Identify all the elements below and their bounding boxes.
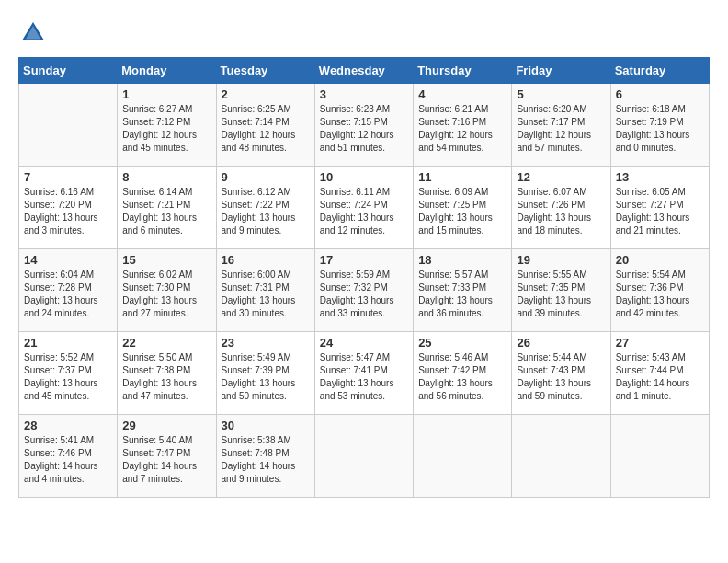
day-number: 11 [418, 170, 506, 184]
day-number: 21 [24, 336, 112, 350]
day-info: Sunrise: 5:49 AM Sunset: 7:39 PM Dayligh… [222, 351, 310, 403]
day-info: Sunrise: 5:41 AM Sunset: 7:46 PM Dayligh… [24, 434, 112, 486]
day-info: Sunrise: 6:21 AM Sunset: 7:16 PM Dayligh… [418, 103, 506, 155]
day-number: 14 [24, 253, 112, 267]
calendar-cell: 25Sunrise: 5:46 AM Sunset: 7:42 PM Dayli… [414, 332, 512, 415]
day-number: 10 [320, 170, 408, 184]
column-header-thursday: Thursday [414, 58, 512, 84]
day-info: Sunrise: 6:12 AM Sunset: 7:22 PM Dayligh… [222, 186, 310, 237]
day-info: Sunrise: 5:46 AM Sunset: 7:42 PM Dayligh… [418, 351, 506, 403]
day-number: 4 [418, 87, 506, 101]
day-number: 1 [122, 87, 210, 101]
day-info: Sunrise: 6:04 AM Sunset: 7:28 PM Dayligh… [24, 269, 112, 320]
day-number: 20 [616, 253, 704, 267]
week-row-3: 14Sunrise: 6:04 AM Sunset: 7:28 PM Dayli… [19, 249, 710, 332]
calendar-cell: 3Sunrise: 6:23 AM Sunset: 7:15 PM Daylig… [314, 84, 413, 167]
day-number: 27 [616, 336, 704, 350]
day-info: Sunrise: 6:00 AM Sunset: 7:31 PM Dayligh… [222, 269, 310, 320]
calendar-cell: 20Sunrise: 5:54 AM Sunset: 7:36 PM Dayli… [610, 249, 709, 332]
day-number: 17 [320, 253, 408, 267]
calendar-cell: 27Sunrise: 5:43 AM Sunset: 7:44 PM Dayli… [610, 332, 709, 415]
day-info: Sunrise: 6:27 AM Sunset: 7:12 PM Dayligh… [122, 103, 210, 155]
calendar-cell: 30Sunrise: 5:38 AM Sunset: 7:48 PM Dayli… [216, 415, 314, 498]
day-info: Sunrise: 5:50 AM Sunset: 7:38 PM Dayligh… [122, 351, 210, 403]
day-number: 7 [24, 170, 112, 184]
page-header [18, 18, 710, 48]
day-number: 13 [616, 170, 704, 184]
calendar-cell: 11Sunrise: 6:09 AM Sunset: 7:25 PM Dayli… [414, 167, 512, 249]
calendar-cell: 26Sunrise: 5:44 AM Sunset: 7:43 PM Dayli… [512, 332, 610, 415]
calendar-cell [19, 84, 118, 167]
day-info: Sunrise: 5:55 AM Sunset: 7:35 PM Dayligh… [517, 269, 605, 320]
day-info: Sunrise: 6:11 AM Sunset: 7:24 PM Dayligh… [320, 186, 408, 237]
calendar-cell: 29Sunrise: 5:40 AM Sunset: 7:47 PM Dayli… [118, 415, 216, 498]
day-number: 24 [320, 336, 408, 350]
week-row-5: 28Sunrise: 5:41 AM Sunset: 7:46 PM Dayli… [19, 415, 710, 498]
day-info: Sunrise: 6:16 AM Sunset: 7:20 PM Dayligh… [24, 186, 112, 237]
day-number: 29 [122, 419, 210, 432]
calendar-cell: 28Sunrise: 5:41 AM Sunset: 7:46 PM Dayli… [19, 415, 118, 498]
day-number: 30 [222, 419, 310, 432]
calendar-cell: 5Sunrise: 6:20 AM Sunset: 7:17 PM Daylig… [512, 84, 610, 167]
day-info: Sunrise: 5:43 AM Sunset: 7:44 PM Dayligh… [616, 351, 704, 403]
calendar-cell [512, 415, 610, 498]
day-info: Sunrise: 5:59 AM Sunset: 7:32 PM Dayligh… [320, 269, 408, 320]
day-number: 6 [616, 87, 704, 101]
day-info: Sunrise: 6:09 AM Sunset: 7:25 PM Dayligh… [418, 186, 506, 237]
week-row-2: 7Sunrise: 6:16 AM Sunset: 7:20 PM Daylig… [19, 167, 710, 249]
column-header-tuesday: Tuesday [216, 58, 314, 84]
calendar-cell: 8Sunrise: 6:14 AM Sunset: 7:21 PM Daylig… [118, 167, 216, 249]
calendar-cell: 24Sunrise: 5:47 AM Sunset: 7:41 PM Dayli… [314, 332, 413, 415]
calendar-table: SundayMondayTuesdayWednesdayThursdayFrid… [18, 57, 710, 498]
day-info: Sunrise: 6:25 AM Sunset: 7:14 PM Dayligh… [222, 103, 310, 155]
day-number: 18 [418, 253, 506, 267]
day-info: Sunrise: 6:02 AM Sunset: 7:30 PM Dayligh… [122, 269, 210, 320]
day-info: Sunrise: 5:54 AM Sunset: 7:36 PM Dayligh… [616, 269, 704, 320]
calendar-cell: 18Sunrise: 5:57 AM Sunset: 7:33 PM Dayli… [414, 249, 512, 332]
day-number: 12 [517, 170, 605, 184]
day-info: Sunrise: 5:52 AM Sunset: 7:37 PM Dayligh… [24, 351, 112, 403]
calendar-cell [610, 415, 709, 498]
day-info: Sunrise: 5:47 AM Sunset: 7:41 PM Dayligh… [320, 351, 408, 403]
calendar-cell [314, 415, 413, 498]
day-info: Sunrise: 6:14 AM Sunset: 7:21 PM Dayligh… [122, 186, 210, 237]
column-header-friday: Friday [512, 58, 610, 84]
week-row-1: 1Sunrise: 6:27 AM Sunset: 7:12 PM Daylig… [19, 84, 710, 167]
day-number: 23 [222, 336, 310, 350]
day-info: Sunrise: 5:57 AM Sunset: 7:33 PM Dayligh… [418, 269, 506, 320]
column-header-wednesday: Wednesday [314, 58, 413, 84]
day-number: 25 [418, 336, 506, 350]
day-number: 26 [517, 336, 605, 350]
day-number: 2 [222, 87, 310, 101]
day-number: 9 [222, 170, 310, 184]
calendar-cell: 12Sunrise: 6:07 AM Sunset: 7:26 PM Dayli… [512, 167, 610, 249]
calendar-cell: 15Sunrise: 6:02 AM Sunset: 7:30 PM Dayli… [118, 249, 216, 332]
calendar-cell: 4Sunrise: 6:21 AM Sunset: 7:16 PM Daylig… [414, 84, 512, 167]
calendar-cell: 2Sunrise: 6:25 AM Sunset: 7:14 PM Daylig… [216, 84, 314, 167]
day-info: Sunrise: 6:07 AM Sunset: 7:26 PM Dayligh… [517, 186, 605, 237]
day-number: 15 [122, 253, 210, 267]
day-number: 22 [122, 336, 210, 350]
day-info: Sunrise: 5:44 AM Sunset: 7:43 PM Dayligh… [517, 351, 605, 403]
day-number: 8 [122, 170, 210, 184]
day-info: Sunrise: 6:18 AM Sunset: 7:19 PM Dayligh… [616, 103, 704, 155]
calendar-cell: 13Sunrise: 6:05 AM Sunset: 7:27 PM Dayli… [610, 167, 709, 249]
day-number: 3 [320, 87, 408, 101]
calendar-cell: 16Sunrise: 6:00 AM Sunset: 7:31 PM Dayli… [216, 249, 314, 332]
logo-icon [18, 18, 48, 48]
day-info: Sunrise: 5:38 AM Sunset: 7:48 PM Dayligh… [222, 434, 310, 486]
calendar-cell: 22Sunrise: 5:50 AM Sunset: 7:38 PM Dayli… [118, 332, 216, 415]
calendar-cell: 6Sunrise: 6:18 AM Sunset: 7:19 PM Daylig… [610, 84, 709, 167]
day-number: 5 [517, 87, 605, 101]
calendar-cell: 10Sunrise: 6:11 AM Sunset: 7:24 PM Dayli… [314, 167, 413, 249]
header-row: SundayMondayTuesdayWednesdayThursdayFrid… [19, 58, 710, 84]
day-info: Sunrise: 5:40 AM Sunset: 7:47 PM Dayligh… [122, 434, 210, 486]
day-info: Sunrise: 6:23 AM Sunset: 7:15 PM Dayligh… [320, 103, 408, 155]
day-number: 19 [517, 253, 605, 267]
day-number: 16 [222, 253, 310, 267]
calendar-cell: 1Sunrise: 6:27 AM Sunset: 7:12 PM Daylig… [118, 84, 216, 167]
calendar-cell: 7Sunrise: 6:16 AM Sunset: 7:20 PM Daylig… [19, 167, 118, 249]
column-header-sunday: Sunday [19, 58, 118, 84]
day-info: Sunrise: 6:20 AM Sunset: 7:17 PM Dayligh… [517, 103, 605, 155]
week-row-4: 21Sunrise: 5:52 AM Sunset: 7:37 PM Dayli… [19, 332, 710, 415]
